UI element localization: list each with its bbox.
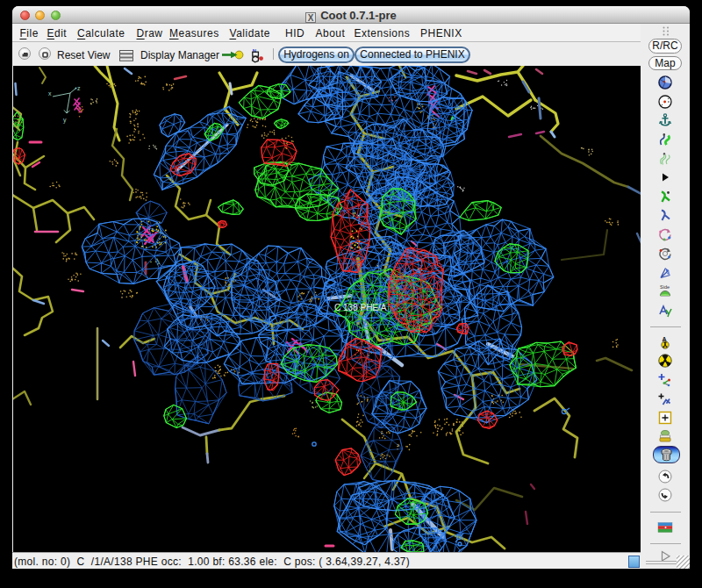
svg-text:z: z <box>77 85 81 91</box>
svg-text:x: x <box>48 90 52 97</box>
svg-text:y: y <box>63 117 67 124</box>
svg-text:C 138 PHE/A: C 138 PHE/A <box>334 303 387 312</box>
svg-text:Side: Side <box>660 284 670 290</box>
